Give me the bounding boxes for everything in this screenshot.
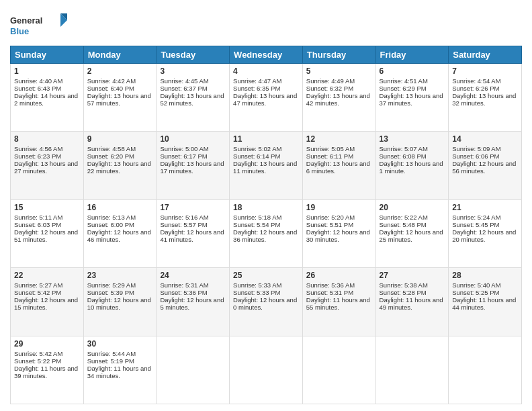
- sunrise-text: Sunrise: 4:45 AM: [160, 77, 208, 85]
- daylight-text: Daylight: 13 hours and 11 minutes.: [233, 160, 297, 175]
- sunrise-text: Sunrise: 5:16 AM: [160, 214, 208, 221]
- day-number: 26: [306, 271, 372, 280]
- sunset-text: Sunset: 6:11 PM: [306, 152, 353, 160]
- week-row-5: 29Sunrise: 5:42 AMSunset: 5:22 PMDayligh…: [11, 336, 522, 404]
- day-number: 4: [233, 66, 299, 76]
- sunrise-text: Sunrise: 5:13 AM: [87, 214, 136, 221]
- day-cell: 13Sunrise: 5:07 AMSunset: 6:08 PMDayligh…: [375, 132, 449, 199]
- sunrise-text: Sunrise: 4:40 AM: [14, 77, 62, 85]
- sunset-text: Sunset: 5:31 PM: [306, 289, 353, 296]
- sunrise-text: Sunrise: 5:22 AM: [380, 214, 428, 221]
- sunrise-text: Sunrise: 5:11 AM: [14, 214, 62, 221]
- week-row-3: 15Sunrise: 5:11 AMSunset: 6:03 PMDayligh…: [11, 199, 522, 267]
- day-cell: 28Sunrise: 5:40 AMSunset: 5:25 PMDayligh…: [449, 268, 522, 336]
- day-number: 3: [160, 66, 226, 76]
- header-row: SundayMondayTuesdayWednesdayThursdayFrid…: [11, 46, 522, 64]
- day-number: 2: [87, 66, 153, 76]
- daylight-text: Daylight: 12 hours and 15 minutes.: [14, 296, 78, 311]
- day-cell: 10Sunrise: 5:00 AMSunset: 6:17 PMDayligh…: [157, 132, 230, 199]
- sunrise-text: Sunrise: 5:29 AM: [87, 281, 136, 289]
- col-header-monday: Monday: [83, 46, 157, 64]
- day-cell: 1Sunrise: 4:40 AMSunset: 6:43 PMDaylight…: [11, 64, 84, 132]
- sunrise-text: Sunrise: 4:42 AM: [87, 77, 136, 85]
- daylight-text: Daylight: 13 hours and 42 minutes.: [306, 92, 370, 107]
- daylight-text: Daylight: 12 hours and 0 minutes.: [233, 296, 297, 311]
- day-cell: 4Sunrise: 4:47 AMSunset: 6:35 PMDaylight…: [230, 64, 303, 132]
- sunset-text: Sunset: 5:25 PM: [452, 289, 499, 296]
- day-cell: 26Sunrise: 5:36 AMSunset: 5:31 PMDayligh…: [302, 268, 375, 336]
- daylight-text: Daylight: 12 hours and 51 minutes.: [14, 228, 78, 243]
- daylight-text: Daylight: 11 hours and 39 minutes.: [14, 365, 78, 379]
- sunset-text: Sunset: 6:14 PM: [233, 152, 280, 160]
- day-cell: 5Sunrise: 4:49 AMSunset: 6:32 PMDaylight…: [302, 64, 375, 132]
- col-header-thursday: Thursday: [302, 46, 375, 64]
- sunrise-text: Sunrise: 5:38 AM: [380, 281, 428, 289]
- daylight-text: Daylight: 11 hours and 49 minutes.: [380, 296, 443, 311]
- day-number: 28: [452, 271, 518, 280]
- daylight-text: Daylight: 12 hours and 41 minutes.: [160, 228, 224, 243]
- sunset-text: Sunset: 6:03 PM: [14, 221, 61, 228]
- week-row-2: 8Sunrise: 4:56 AMSunset: 6:23 PMDaylight…: [11, 132, 522, 199]
- day-cell: 3Sunrise: 4:45 AMSunset: 6:37 PMDaylight…: [157, 64, 230, 132]
- logo: General Blue: [10, 10, 67, 40]
- week-row-1: 1Sunrise: 4:40 AMSunset: 6:43 PMDaylight…: [11, 64, 522, 132]
- day-cell: 15Sunrise: 5:11 AMSunset: 6:03 PMDayligh…: [11, 199, 84, 267]
- day-cell: 23Sunrise: 5:29 AMSunset: 5:39 PMDayligh…: [83, 268, 157, 336]
- day-number: 9: [87, 134, 153, 144]
- day-number: 23: [87, 271, 153, 280]
- day-cell: 8Sunrise: 4:56 AMSunset: 6:23 PMDaylight…: [11, 132, 84, 199]
- sunrise-text: Sunrise: 5:24 AM: [452, 214, 500, 221]
- daylight-text: Daylight: 11 hours and 34 minutes.: [87, 365, 151, 379]
- day-cell: [302, 336, 375, 404]
- sunrise-text: Sunrise: 5:20 AM: [306, 214, 355, 221]
- day-number: 25: [233, 271, 299, 280]
- sunrise-text: Sunrise: 4:51 AM: [380, 77, 428, 85]
- page: General Blue SundayMondayTuesdayWednesda…: [0, 0, 532, 411]
- day-cell: 22Sunrise: 5:27 AMSunset: 5:42 PMDayligh…: [11, 268, 84, 336]
- day-cell: 12Sunrise: 5:05 AMSunset: 6:11 PMDayligh…: [302, 132, 375, 199]
- day-cell: 11Sunrise: 5:02 AMSunset: 6:14 PMDayligh…: [230, 132, 303, 199]
- day-number: 30: [87, 339, 153, 349]
- day-number: 7: [452, 66, 518, 76]
- sunrise-text: Sunrise: 5:05 AM: [306, 145, 355, 152]
- day-cell: 18Sunrise: 5:18 AMSunset: 5:54 PMDayligh…: [230, 199, 303, 267]
- daylight-text: Daylight: 13 hours and 27 minutes.: [14, 160, 78, 175]
- sunset-text: Sunset: 5:48 PM: [380, 221, 427, 228]
- sunset-text: Sunset: 6:26 PM: [452, 85, 499, 92]
- week-row-4: 22Sunrise: 5:27 AMSunset: 5:42 PMDayligh…: [11, 268, 522, 336]
- daylight-text: Daylight: 12 hours and 5 minutes.: [160, 296, 224, 311]
- daylight-text: Daylight: 13 hours and 22 minutes.: [87, 160, 151, 175]
- sunrise-text: Sunrise: 4:56 AM: [14, 145, 62, 152]
- day-number: 16: [87, 203, 153, 212]
- day-cell: 7Sunrise: 4:54 AMSunset: 6:26 PMDaylight…: [449, 64, 522, 132]
- day-cell: 2Sunrise: 4:42 AMSunset: 6:40 PMDaylight…: [83, 64, 157, 132]
- sunrise-text: Sunrise: 5:36 AM: [306, 281, 355, 289]
- sunrise-text: Sunrise: 5:18 AM: [233, 214, 281, 221]
- day-number: 18: [233, 203, 299, 212]
- sunrise-text: Sunrise: 5:00 AM: [160, 145, 208, 152]
- day-cell: 16Sunrise: 5:13 AMSunset: 6:00 PMDayligh…: [83, 199, 157, 267]
- day-number: 11: [233, 134, 299, 144]
- day-number: 13: [380, 134, 445, 144]
- sunset-text: Sunset: 6:37 PM: [160, 85, 207, 92]
- sunrise-text: Sunrise: 4:58 AM: [87, 145, 136, 152]
- day-number: 19: [306, 203, 372, 212]
- day-cell: 27Sunrise: 5:38 AMSunset: 5:28 PMDayligh…: [375, 268, 449, 336]
- sunset-text: Sunset: 5:51 PM: [306, 221, 353, 228]
- day-cell: 17Sunrise: 5:16 AMSunset: 5:57 PMDayligh…: [157, 199, 230, 267]
- daylight-text: Daylight: 13 hours and 47 minutes.: [233, 92, 297, 107]
- sunset-text: Sunset: 5:54 PM: [233, 221, 280, 228]
- generalblue-logo: General Blue: [10, 10, 67, 40]
- day-cell: [449, 336, 522, 404]
- day-cell: 20Sunrise: 5:22 AMSunset: 5:48 PMDayligh…: [375, 199, 449, 267]
- sunset-text: Sunset: 6:00 PM: [87, 221, 134, 228]
- sunset-text: Sunset: 6:08 PM: [380, 152, 427, 160]
- day-cell: 25Sunrise: 5:33 AMSunset: 5:33 PMDayligh…: [230, 268, 303, 336]
- sunset-text: Sunset: 6:32 PM: [306, 85, 353, 92]
- calendar-table: SundayMondayTuesdayWednesdayThursdayFrid…: [10, 46, 522, 404]
- daylight-text: Daylight: 14 hours and 2 minutes.: [14, 92, 78, 107]
- sunset-text: Sunset: 5:42 PM: [14, 289, 61, 296]
- day-number: 24: [160, 271, 226, 280]
- col-header-tuesday: Tuesday: [157, 46, 230, 64]
- daylight-text: Daylight: 12 hours and 10 minutes.: [87, 296, 151, 311]
